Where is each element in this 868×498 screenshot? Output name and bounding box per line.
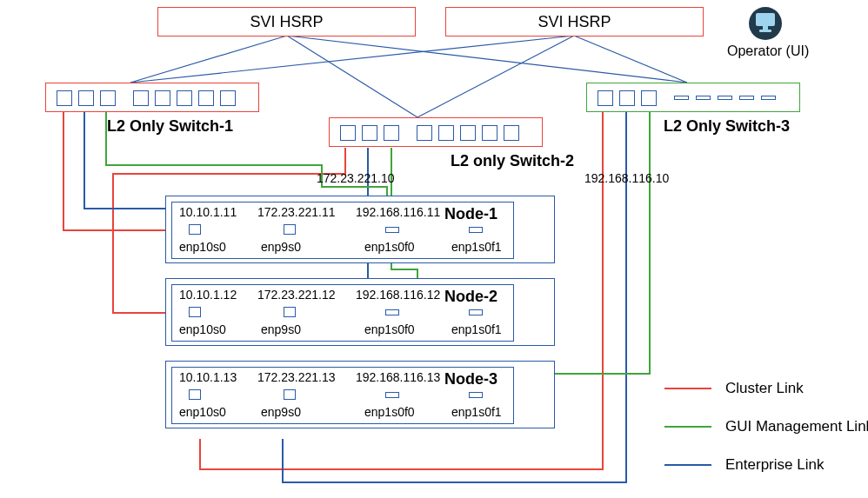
svg-line-4 xyxy=(417,36,574,117)
node-2: 10.10.1.12 172.23.221.12 192.168.116.12 … xyxy=(165,278,555,346)
switch-2 xyxy=(329,117,543,147)
hsrp-right: SVI HSRP xyxy=(445,7,704,37)
legend-ent-label: Enterprise Link xyxy=(725,456,824,474)
legend-gui-swatch xyxy=(664,426,711,428)
floating-ip-gui: 192.168.116.10 xyxy=(584,171,669,185)
switch-1 xyxy=(45,83,259,112)
legend-gui-label: GUI Management Link xyxy=(725,418,868,435)
legend-cluster-swatch xyxy=(664,388,711,389)
floating-ip-ent: 172.23.221.10 xyxy=(317,171,395,185)
node3-nic3: enp1s0f1 xyxy=(451,405,502,419)
node1-title: Node-1 xyxy=(444,205,497,223)
legend-ent-swatch xyxy=(664,464,711,466)
node1-gui-ip: 192.168.116.11 xyxy=(356,205,440,219)
operator-label: Operator (UI) xyxy=(727,43,809,59)
hsrp-left: SVI HSRP xyxy=(157,7,416,37)
node2-nic3: enp1s0f1 xyxy=(451,322,502,336)
svg-line-2 xyxy=(287,36,687,83)
node1-nic1: enp9s0 xyxy=(261,240,301,254)
switch-3-label: L2 Only Switch-3 xyxy=(664,117,790,136)
hsrp-left-label: SVI HSRP xyxy=(250,13,323,30)
node2-gui-ip: 192.168.116.12 xyxy=(356,288,440,302)
node1-ent-ip: 172.23.221.11 xyxy=(257,205,336,219)
node1-nic0: enp10s0 xyxy=(179,240,226,254)
node2-cluster-ip: 10.10.1.12 xyxy=(179,288,237,302)
node3-title: Node-3 xyxy=(444,370,497,388)
node2-nic1: enp9s0 xyxy=(261,322,301,336)
switch-2-label: L2 only Switch-2 xyxy=(451,152,574,170)
operator-icon xyxy=(749,7,782,40)
node1-cluster-ip: 10.10.1.11 xyxy=(179,205,237,219)
node-1: 10.10.1.11 172.23.221.11 192.168.116.11 … xyxy=(165,196,555,263)
node-3: 10.10.1.13 172.23.221.13 192.168.116.13 … xyxy=(165,361,555,428)
node2-nic2: enp1s0f0 xyxy=(364,322,415,336)
svg-line-0 xyxy=(130,36,287,83)
node3-nic0: enp10s0 xyxy=(179,405,226,419)
node3-nic1: enp9s0 xyxy=(261,405,301,419)
node2-nic0: enp10s0 xyxy=(179,322,226,336)
hsrp-right-label: SVI HSRP xyxy=(537,13,611,30)
node2-title: Node-2 xyxy=(444,288,497,306)
node3-cluster-ip: 10.10.1.13 xyxy=(179,370,237,384)
svg-line-1 xyxy=(287,36,417,117)
node1-nic2: enp1s0f0 xyxy=(364,240,415,254)
node3-nic2: enp1s0f0 xyxy=(364,405,415,419)
svg-line-3 xyxy=(130,36,574,83)
node3-ent-ip: 172.23.221.13 xyxy=(257,370,336,384)
node3-gui-ip: 192.168.116.13 xyxy=(356,370,440,384)
switch-3 xyxy=(586,83,800,112)
node1-nic3: enp1s0f1 xyxy=(451,240,502,254)
switch-1-label: L2 Only Switch-1 xyxy=(107,117,233,136)
node2-ent-ip: 172.23.221.12 xyxy=(257,288,336,302)
legend-cluster-label: Cluster Link xyxy=(725,380,804,397)
